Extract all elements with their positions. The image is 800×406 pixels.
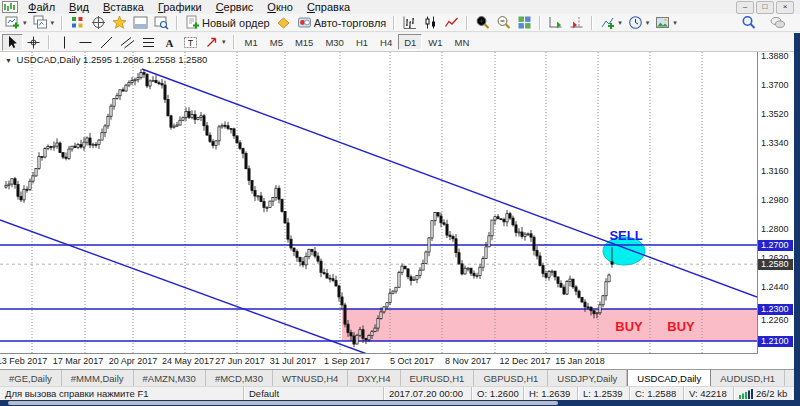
new-order-button[interactable]: Новый ордер [182,14,273,31]
trendline-tool-button[interactable] [96,34,117,51]
search-button[interactable] [738,14,759,31]
level-price-label: 1.2300 [758,304,793,315]
auto-trading-icon [297,15,312,30]
auto-scroll-icon [548,15,563,30]
chart-tab--mcd-m30[interactable]: #MCD,M30 [206,370,273,386]
bar-chart-button[interactable] [399,14,420,31]
dropdown-caret-icon: ▾ [618,19,622,27]
chart-tab-eurusd-h1[interactable]: EURUSD,H1 [401,370,475,386]
data-window-button[interactable] [88,14,109,31]
zoom-in-button[interactable] [472,14,493,31]
templates-button[interactable]: ▾ [652,14,680,31]
minimize-button[interactable]: – [736,1,754,14]
timeframe-button-mn[interactable]: MN [449,34,476,50]
chart-tab-wtnusd-h4[interactable]: WTNUSD,H4 [273,370,348,386]
date-tick-label: 15 Jan 2018 [555,356,605,366]
strategy-tester-button[interactable] [151,14,172,31]
auto-scroll-button[interactable] [545,14,566,31]
menu-item-2[interactable]: Вставка [96,1,151,13]
timeframe-button-d1[interactable]: D1 [398,34,422,50]
menu-item-5[interactable]: Окно [260,1,300,13]
chat-button[interactable] [767,14,788,31]
timeframe-button-m5[interactable]: M5 [264,34,289,50]
restore-button[interactable]: □ [756,1,774,14]
buy-zone-rectangle[interactable] [342,309,757,341]
horizontal-line-tool-button[interactable] [75,34,96,51]
candlestick-chart[interactable]: SELLBUYBUY [0,52,757,354]
current-price-label: 1.2580 [758,259,793,270]
timeframe-button-m15[interactable]: M15 [289,34,319,50]
metaeditor-button[interactable] [273,14,294,31]
chart-symbol-period: USDCAD,Daily [17,54,81,65]
timeframe-button-h4[interactable]: H4 [374,34,398,50]
date-tick-label: 31 Jul 2017 [270,356,317,366]
date-tick-label: 24 May 2017 [162,356,214,366]
menu-item-4[interactable]: Сервис [209,1,261,13]
price-tick-label: 1.3880 [761,51,789,61]
chart-tab-usdjpy-daily[interactable]: USDJPY,Daily [548,370,627,386]
menu-item-3[interactable]: Графики [151,1,209,13]
sell-annotation-text[interactable]: SELL [609,228,642,243]
timeframe-button-m30[interactable]: M30 [319,34,349,50]
channel-tool-button[interactable] [117,34,138,51]
line-chart-button[interactable] [441,14,462,31]
menu-item-6[interactable]: Справка [300,1,357,13]
timeframe-button-w1[interactable]: W1 [422,34,448,50]
chart-tab--mmm-daily[interactable]: #MMM,Daily [62,370,134,386]
window-right-border [794,33,800,400]
svg-text:A: A [166,36,174,48]
cursor-icon [5,35,20,50]
cursor-tool-button[interactable] [2,34,23,51]
descending-trendline[interactable] [0,220,367,354]
vertical-line-tool-button[interactable] [54,34,75,51]
crosshair-tool-button[interactable] [23,34,44,51]
text-label-icon: T [183,35,198,50]
close-button[interactable]: × [776,1,794,14]
status-segment-bar-time: 2017.07.20 00:00 [384,387,472,400]
date-axis[interactable]: 13 Feb 201717 Mar 201720 Apr 201724 May … [0,354,794,369]
zoom-out-button[interactable] [493,14,514,31]
chart-tab-dxy-h4[interactable]: DXY,H4 [348,370,400,386]
chart-collapse-icon[interactable]: ▼ [5,57,12,64]
chart-tab--amzn-m30[interactable]: #AMZN,M30 [134,370,206,386]
status-segment-high: H: 1.2639 [524,387,578,400]
dropdown-caret-icon: ▾ [646,19,650,27]
tile-windows-button[interactable] [514,14,535,31]
market-watch-icon [70,15,85,30]
auto-trading-button[interactable]: Авто-торговля [294,14,390,31]
navigator-icon [112,15,127,30]
text-tool-tool-button[interactable]: A [159,34,180,51]
date-tick-label: 12 Dec 2017 [499,356,550,366]
line-chart-icon [444,15,459,30]
trendline-icon [99,35,114,50]
text-label-tool-button[interactable]: T [180,34,201,51]
chart-shift-button[interactable] [566,14,587,31]
candlestick-chart-button[interactable] [420,14,441,31]
profiles-button[interactable]: ▾ [30,14,58,31]
price-tick-label: 1.2980 [761,195,789,205]
menu-item-1[interactable]: Вид [62,1,96,13]
chart-window[interactable]: SELLBUYBUY ▼ USDCAD,Daily 1.2595 1.2686 … [0,52,794,369]
new-order-icon [185,15,200,30]
chart-tab-usdcad-daily[interactable]: USDCAD,Daily [627,370,711,386]
fibonacci-tool-button[interactable] [138,34,159,51]
arrows-tool-tool-button[interactable]: ▾ [201,34,229,51]
chart-tab-audusd-h1[interactable]: AUDUSD,H1 [711,370,785,386]
chart-tab-gbpusd-h1[interactable]: GBPUSD,H1 [474,370,548,386]
timeframe-button-h1[interactable]: H1 [350,34,374,50]
toolbar-separator [591,16,593,30]
periods-button[interactable]: ▾ [625,14,653,31]
market-watch-button[interactable] [67,14,88,31]
menu-item-0[interactable]: Файл [21,1,62,13]
indicators-button[interactable]: ▾ [597,14,625,31]
navigator-button[interactable] [109,14,130,31]
terminal-button[interactable] [130,14,151,31]
descending-trendline[interactable] [142,69,757,297]
chart-tab--ge-daily[interactable]: #GE,Daily [0,370,62,386]
candles-group [5,69,613,347]
new-chart-button[interactable]: ▾ [2,14,30,31]
price-axis[interactable]: 1.38801.37001.35201.33401.31601.29801.28… [758,52,794,354]
timeframe-button-m1[interactable]: M1 [239,34,264,50]
buy-annotation-text[interactable]: BUY [615,319,643,334]
buy-annotation-text[interactable]: BUY [667,319,695,334]
